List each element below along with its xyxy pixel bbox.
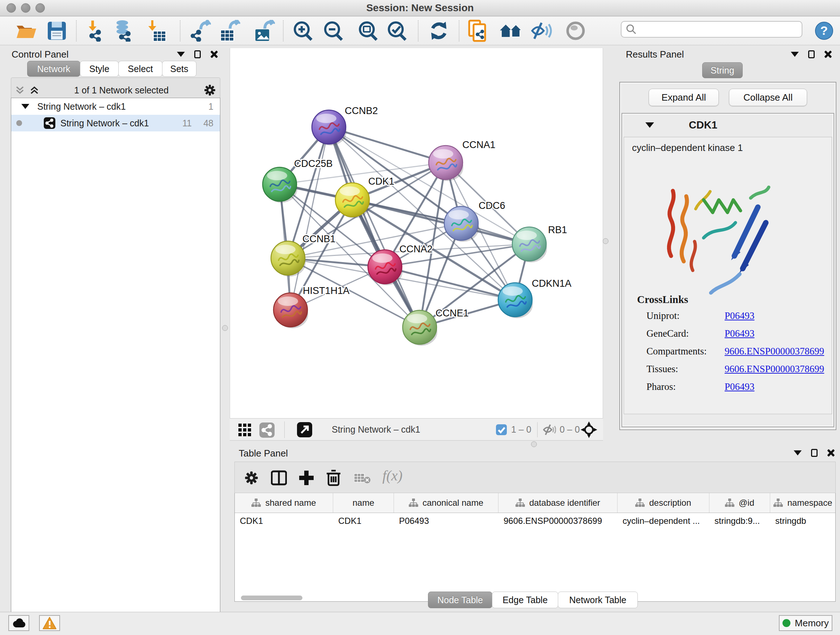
toolbar-separator xyxy=(418,20,418,41)
network-node-RB1[interactable] xyxy=(512,227,547,263)
section-collapse-icon[interactable] xyxy=(645,122,654,128)
close-window-button[interactable] xyxy=(6,3,16,13)
collapse-all-icon[interactable] xyxy=(15,86,25,95)
column-header-description[interactable]: description xyxy=(617,493,709,513)
save-session-button[interactable] xyxy=(44,18,70,43)
expand-all-button[interactable]: Expand All xyxy=(649,89,719,106)
maximize-window-button[interactable] xyxy=(35,3,45,13)
table-cell[interactable]: cyclin–dependent ... xyxy=(617,513,709,529)
network-node-CDC25B[interactable] xyxy=(263,167,297,203)
help-button[interactable]: ? xyxy=(811,18,837,43)
float-panel-icon[interactable] xyxy=(791,52,799,57)
window-traffic-lights[interactable] xyxy=(6,3,45,13)
column-header-namespace[interactable]: namespace xyxy=(770,493,836,513)
hidden-eye-icon[interactable] xyxy=(543,424,556,435)
delete-column-trash-icon[interactable] xyxy=(326,469,341,486)
selected-nodes-checkbox-icon[interactable] xyxy=(496,424,507,435)
maximize-panel-icon[interactable] xyxy=(808,50,815,58)
tab-node-table[interactable]: Node Table xyxy=(428,592,493,608)
import-network-database-button[interactable] xyxy=(110,18,136,43)
maximize-panel-icon[interactable] xyxy=(194,50,201,58)
column-header-canonical-name[interactable]: canonical name xyxy=(394,493,499,513)
warnings-button[interactable] xyxy=(39,615,60,631)
table-cell[interactable]: CDK1 xyxy=(333,513,394,529)
search-input[interactable] xyxy=(637,24,792,35)
gray-eye-button[interactable] xyxy=(562,18,589,43)
tab-select[interactable]: Select xyxy=(118,61,163,77)
tab-network[interactable]: Network xyxy=(27,61,80,77)
home-networks-button[interactable] xyxy=(498,18,524,43)
expand-all-icon[interactable] xyxy=(30,86,39,95)
crosslink-value-link[interactable]: 9606.ENSP00000378699 xyxy=(725,346,824,357)
maximize-panel-icon[interactable] xyxy=(811,449,818,457)
zoom-in-button[interactable] xyxy=(290,18,316,43)
open-session-button[interactable] xyxy=(13,18,39,43)
table-settings-gear-icon[interactable] xyxy=(244,470,259,485)
tab-network-table[interactable]: Network Table xyxy=(558,592,638,608)
close-panel-icon[interactable] xyxy=(824,51,831,58)
export-table-button[interactable] xyxy=(217,18,243,43)
network-node-CCNB1[interactable] xyxy=(271,241,306,277)
table-cell[interactable]: P06493 xyxy=(394,513,499,529)
crosslink-value-link[interactable]: P06493 xyxy=(725,310,755,321)
network-node-CDC6[interactable] xyxy=(444,206,479,242)
crosslink-value-link[interactable]: P06493 xyxy=(725,328,755,339)
protein-section-header[interactable]: CDK1 xyxy=(622,114,834,136)
duplicate-network-button[interactable] xyxy=(465,18,491,43)
column-header-name[interactable]: name xyxy=(333,493,394,513)
tab-string[interactable]: String xyxy=(702,62,743,78)
horizontal-scrollbar-thumb[interactable] xyxy=(241,595,302,600)
zoom-fit-button[interactable] xyxy=(355,18,381,43)
network-node-CDKN1A[interactable] xyxy=(498,283,533,318)
memory-button[interactable]: Memory xyxy=(779,615,832,631)
show-columns-icon[interactable] xyxy=(271,470,287,486)
crosslink-value-link[interactable]: P06493 xyxy=(725,381,755,393)
close-panel-icon[interactable] xyxy=(827,449,834,456)
zoom-out-button[interactable] xyxy=(321,18,347,43)
network-collection-row[interactable]: String Network – cdk1 1 xyxy=(11,98,220,115)
string-network-graph[interactable]: CCNB2CCNA1CDC25BCDK1CDC6RB1CCNB1CCNA2CDK… xyxy=(230,48,603,418)
table-cell[interactable]: stringdb xyxy=(770,513,836,529)
hide-unhide-button[interactable] xyxy=(529,18,555,43)
create-column-plus-icon[interactable] xyxy=(298,470,314,486)
function-builder-icon[interactable]: f(x) xyxy=(382,467,403,484)
column-header-shared-name[interactable]: shared name xyxy=(235,493,333,513)
float-panel-icon[interactable] xyxy=(794,450,802,455)
open-in-new-window-icon[interactable] xyxy=(297,422,312,437)
tab-sets[interactable]: Sets xyxy=(162,61,196,77)
tree-expand-icon[interactable] xyxy=(21,104,29,109)
birdseye-grid-icon[interactable] xyxy=(238,424,251,437)
import-network-file-button[interactable] xyxy=(81,18,107,43)
cloud-status-button[interactable] xyxy=(8,615,29,631)
network-node-CDK1[interactable] xyxy=(335,183,370,218)
network-view-type-icon[interactable] xyxy=(259,423,275,438)
table-cell[interactable]: CDK1 xyxy=(235,513,333,529)
network-canvas[interactable]: CCNB2CCNA1CDC25BCDK1CDC6RB1CCNB1CCNA2CDK… xyxy=(230,48,603,418)
tab-style[interactable]: Style xyxy=(80,61,118,77)
export-network-button[interactable] xyxy=(188,18,214,43)
tab-edge-table[interactable]: Edge Table xyxy=(492,592,558,608)
import-table-file-button[interactable] xyxy=(143,18,169,43)
column-header-database-identifier[interactable]: database identifier xyxy=(499,493,617,513)
minimize-window-button[interactable] xyxy=(21,3,30,13)
column-header--id[interactable]: @id xyxy=(709,493,770,513)
left-splitter-handle[interactable] xyxy=(222,325,228,331)
network-node-CCNE1[interactable] xyxy=(403,310,437,346)
collapse-all-button[interactable]: Collapse All xyxy=(729,89,807,106)
right-splitter-handle[interactable] xyxy=(603,238,608,244)
network-node-CCNA1[interactable] xyxy=(429,146,463,181)
crosslink-value-link[interactable]: 9606.ENSP00000378699 xyxy=(725,363,824,375)
close-panel-icon[interactable] xyxy=(210,51,218,58)
table-cell[interactable]: 9606.ENSP00000378699 xyxy=(499,513,617,529)
float-panel-icon[interactable] xyxy=(177,52,185,57)
network-row-selected[interactable]: String Network – cdk1 11 48 xyxy=(11,115,220,131)
refresh-button[interactable] xyxy=(426,18,452,43)
gear-icon[interactable] xyxy=(204,84,216,96)
fit-selected-crosshair-icon[interactable] xyxy=(581,421,597,438)
zoom-selected-button[interactable] xyxy=(384,18,410,43)
table-row[interactable]: CDK1CDK1P064939606.ENSP00000378699cyclin… xyxy=(235,513,835,529)
delete-table-icon[interactable] xyxy=(354,473,371,484)
export-image-button[interactable] xyxy=(251,18,278,43)
table-cell[interactable]: stringdb:9... xyxy=(709,513,770,529)
network-node-HIST1H1A[interactable] xyxy=(273,293,308,328)
